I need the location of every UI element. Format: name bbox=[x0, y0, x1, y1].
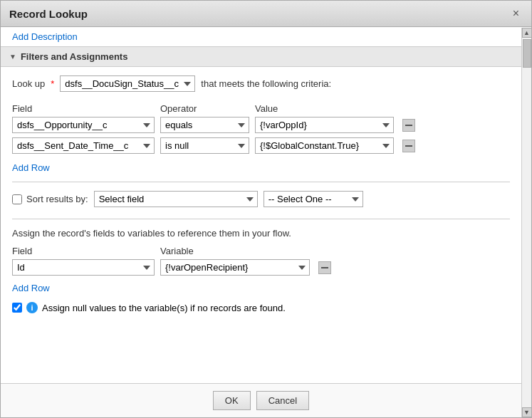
scroll-down-button[interactable]: ▼ bbox=[522, 407, 532, 417]
operator-column-header: Operator bbox=[160, 103, 249, 114]
scrollbar-thumb[interactable] bbox=[523, 39, 531, 68]
filter-operator-select-1[interactable]: equals bbox=[160, 117, 249, 133]
assign-description: Assign the record's fields to variables … bbox=[12, 228, 510, 239]
sort-order-select[interactable]: -- Select One -- bbox=[264, 191, 363, 207]
meets-criteria-label: that meets the following criteria: bbox=[201, 78, 331, 89]
add-filter-row-link[interactable]: Add Row bbox=[12, 162, 50, 173]
filter-operator-select-2[interactable]: is null bbox=[160, 137, 249, 154]
dialog-footer: OK Cancel bbox=[1, 383, 521, 417]
delete-icon-1 bbox=[402, 119, 415, 132]
cancel-button[interactable]: Cancel bbox=[256, 391, 309, 410]
delete-filter-1-button[interactable] bbox=[400, 119, 418, 132]
section-body: Look up * dsfs__DocuSign_Status__c that … bbox=[1, 67, 521, 383]
column-headers: Field Operator Value bbox=[12, 103, 510, 114]
sort-label: Sort results by: bbox=[26, 194, 88, 204]
sort-field-select[interactable]: Select field bbox=[94, 191, 258, 207]
lookup-label: Look up bbox=[12, 78, 45, 89]
divider-2 bbox=[12, 219, 510, 219]
add-assign-row-link[interactable]: Add Row bbox=[12, 283, 50, 293]
filter-value-select-2[interactable]: {!$GlobalConstant.True} bbox=[255, 137, 394, 154]
delete-filter-2-button[interactable] bbox=[400, 140, 418, 152]
null-values-row: i Assign null values to the variable(s) … bbox=[12, 302, 510, 313]
dialog-title: Record Lookup bbox=[9, 8, 88, 20]
svg-rect-1 bbox=[405, 145, 412, 147]
null-values-checkbox[interactable] bbox=[12, 303, 22, 313]
svg-rect-2 bbox=[321, 267, 328, 268]
delete-icon-2 bbox=[402, 140, 415, 152]
scrollbar-track: ▲ ▼ bbox=[521, 28, 531, 417]
delete-assign-button[interactable] bbox=[315, 261, 334, 274]
field-column-header: Field bbox=[12, 103, 155, 114]
filters-grid: Field Operator Value dsfs__Opportunity__… bbox=[12, 103, 510, 154]
lookup-row: Look up * dsfs__DocuSign_Status__c that … bbox=[12, 75, 510, 92]
filter-field-select-1[interactable]: dsfs__Opportunity__c bbox=[12, 117, 155, 133]
section-header: ▼ Filters and Assignments bbox=[1, 46, 521, 67]
value-column-header: Value bbox=[255, 103, 394, 114]
filter-row: dsfs__Sent_Date_Time__c is null {!$Globa… bbox=[12, 137, 510, 154]
add-description-link[interactable]: Add Description bbox=[1, 27, 521, 46]
sort-checkbox[interactable] bbox=[12, 194, 22, 204]
close-button[interactable]: × bbox=[509, 6, 523, 21]
svg-rect-0 bbox=[405, 125, 412, 126]
null-values-label: Assign null values to the variable(s) if… bbox=[42, 303, 286, 313]
divider-1 bbox=[12, 182, 510, 182]
filter-row: dsfs__Opportunity__c equals {!varOppId} bbox=[12, 117, 510, 133]
assign-column-headers: Field Variable bbox=[12, 246, 510, 256]
assign-row: Id {!varOpenRecipient} bbox=[12, 259, 510, 276]
required-star: * bbox=[51, 78, 54, 89]
filter-value-select-1[interactable]: {!varOppId} bbox=[255, 117, 394, 133]
sort-checkbox-label[interactable]: Sort results by: bbox=[12, 194, 88, 204]
assign-variable-header: Variable bbox=[160, 246, 310, 256]
sort-row: Sort results by: Select field -- Select … bbox=[12, 191, 510, 207]
dialog-content: Add Description ▼ Filters and Assignment… bbox=[1, 27, 531, 417]
object-select[interactable]: dsfs__DocuSign_Status__c bbox=[60, 75, 195, 92]
filter-field-select-2[interactable]: dsfs__Sent_Date_Time__c bbox=[12, 137, 155, 154]
section-triangle-icon: ▼ bbox=[9, 53, 16, 61]
delete-assign-icon bbox=[318, 261, 331, 274]
assign-field-header: Field bbox=[12, 246, 155, 256]
assign-variable-select[interactable]: {!varOpenRecipient} bbox=[160, 259, 310, 276]
dialog-title-bar: Record Lookup × bbox=[1, 1, 531, 27]
scroll-up-button[interactable]: ▲ bbox=[522, 28, 532, 38]
section-label: Filters and Assignments bbox=[21, 51, 128, 62]
record-lookup-dialog: Record Lookup × ▲ ▼ Add Description ▼ Fi… bbox=[0, 0, 532, 418]
info-icon[interactable]: i bbox=[26, 302, 38, 313]
assign-field-select[interactable]: Id bbox=[12, 259, 155, 276]
ok-button[interactable]: OK bbox=[213, 391, 251, 410]
